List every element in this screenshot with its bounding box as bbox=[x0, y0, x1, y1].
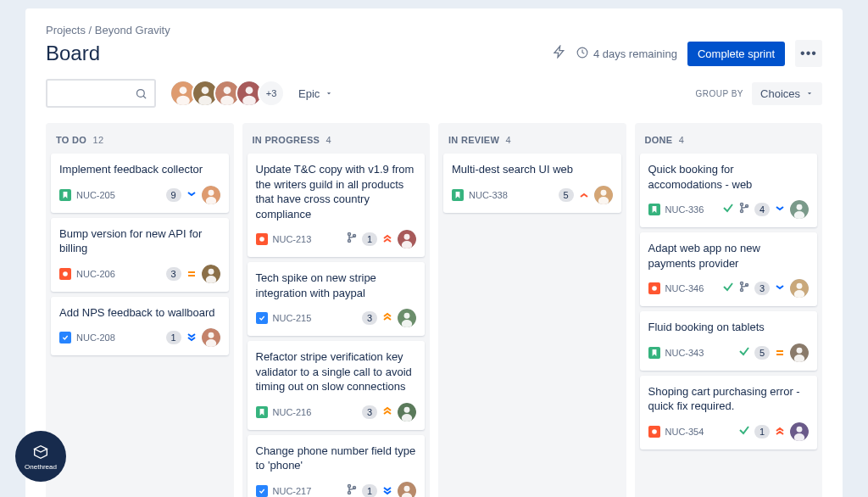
story-points: 1 bbox=[362, 484, 377, 497]
issue-key: NUC-338 bbox=[469, 190, 508, 200]
card[interactable]: Update T&C copy with v1.9 from the write… bbox=[248, 154, 426, 257]
issue-key: NUC-216 bbox=[273, 407, 312, 417]
svg-point-37 bbox=[348, 485, 351, 488]
svg-point-64 bbox=[797, 427, 803, 433]
svg-point-38 bbox=[348, 492, 351, 494]
group-by-select[interactable]: Choices bbox=[752, 82, 822, 105]
column-count: 4 bbox=[326, 135, 331, 145]
avatar-more[interactable]: +3 bbox=[258, 80, 285, 107]
card[interactable]: Shoping cart purchasing error - quick fi… bbox=[640, 376, 818, 450]
assignee-avatar[interactable] bbox=[202, 328, 220, 347]
story-points: 5 bbox=[559, 188, 574, 202]
column-header: DONE 4 bbox=[640, 131, 818, 154]
automation-icon[interactable] bbox=[553, 45, 566, 62]
priority-icon bbox=[186, 268, 198, 280]
svg-point-24 bbox=[259, 237, 264, 242]
card[interactable]: Fluid booking on tablets NUC-343 5 bbox=[640, 311, 818, 371]
card-title: Multi-dest search UI web bbox=[452, 162, 613, 177]
card[interactable]: Change phone number field type to 'phone… bbox=[248, 435, 426, 497]
assignee-avatar[interactable] bbox=[202, 186, 220, 204]
clock-icon bbox=[576, 47, 588, 61]
card[interactable]: Quick booking for accomodations - web NU… bbox=[640, 154, 818, 227]
assignee-avatar[interactable] bbox=[594, 186, 613, 204]
svg-point-52 bbox=[652, 286, 657, 291]
priority-icon bbox=[774, 282, 786, 294]
search-icon bbox=[135, 87, 147, 100]
story-points: 1 bbox=[166, 331, 181, 344]
card-title: Shoping cart purchasing error - quick fi… bbox=[648, 384, 810, 414]
watermark: Onethread bbox=[15, 431, 66, 482]
card[interactable]: Adapt web app no new payments provider N… bbox=[640, 232, 818, 306]
avatar-stack[interactable]: +3 bbox=[170, 80, 285, 107]
story-points: 9 bbox=[166, 188, 181, 202]
priority-icon bbox=[186, 189, 198, 201]
issue-key: NUC-205 bbox=[76, 190, 115, 200]
priority-icon bbox=[578, 189, 590, 201]
story-points: 3 bbox=[362, 405, 377, 419]
issue-key: NUC-346 bbox=[665, 283, 704, 293]
card-title: Change phone number field type to 'phone… bbox=[256, 444, 417, 473]
svg-point-44 bbox=[600, 189, 606, 195]
card[interactable]: Multi-dest search UI web NUC-338 5 bbox=[443, 154, 621, 213]
branch-icon bbox=[738, 202, 750, 217]
issue-type-icon bbox=[256, 312, 268, 324]
svg-point-25 bbox=[348, 233, 351, 236]
assignee-avatar[interactable] bbox=[790, 343, 809, 362]
column-count: 4 bbox=[679, 135, 684, 145]
more-button[interactable]: ••• bbox=[795, 40, 822, 67]
priority-icon bbox=[381, 406, 393, 418]
column: IN REVIEW 4 Multi-dest search UI web NUC… bbox=[438, 123, 626, 497]
priority-icon bbox=[381, 312, 393, 324]
svg-point-22 bbox=[208, 332, 214, 338]
assignee-avatar[interactable] bbox=[398, 403, 416, 422]
search-input[interactable] bbox=[46, 79, 156, 108]
assignee-avatar[interactable] bbox=[398, 309, 416, 327]
complete-sprint-button[interactable]: Complete sprint bbox=[687, 42, 785, 66]
issue-key: NUC-215 bbox=[273, 313, 312, 323]
issue-type-icon bbox=[59, 268, 71, 280]
priority-icon bbox=[381, 485, 393, 497]
done-icon bbox=[722, 202, 734, 217]
svg-point-17 bbox=[63, 271, 68, 276]
svg-point-1 bbox=[137, 89, 145, 97]
assignee-avatar[interactable] bbox=[790, 422, 809, 441]
breadcrumb-project[interactable]: Beyond Gravity bbox=[95, 24, 170, 36]
issue-key: NUC-343 bbox=[665, 348, 704, 358]
breadcrumb-parent[interactable]: Projects bbox=[46, 24, 86, 36]
card[interactable]: Bump version for new API for billing NUC… bbox=[51, 218, 229, 292]
assignee-avatar[interactable] bbox=[398, 230, 416, 248]
priority-icon bbox=[774, 426, 786, 438]
card[interactable]: Tech spike on new stripe integration wit… bbox=[248, 262, 426, 336]
svg-point-62 bbox=[652, 429, 657, 434]
assignee-avatar[interactable] bbox=[202, 265, 220, 283]
issue-key: NUC-213 bbox=[273, 234, 312, 244]
column-header: IN REVIEW 4 bbox=[443, 131, 621, 154]
svg-point-54 bbox=[741, 289, 743, 292]
assignee-avatar[interactable] bbox=[790, 200, 809, 219]
issue-type-icon bbox=[452, 189, 464, 201]
svg-point-35 bbox=[404, 407, 410, 413]
story-points: 3 bbox=[362, 311, 377, 325]
issue-type-icon bbox=[256, 485, 268, 497]
column-header: TO DO 12 bbox=[51, 131, 229, 154]
assignee-avatar[interactable] bbox=[398, 482, 416, 497]
issue-type-icon bbox=[648, 426, 660, 438]
assignee-avatar[interactable] bbox=[790, 279, 809, 298]
svg-point-26 bbox=[348, 240, 351, 243]
done-icon bbox=[722, 281, 734, 296]
issue-key: NUC-336 bbox=[665, 204, 704, 215]
done-icon bbox=[738, 424, 750, 439]
story-points: 3 bbox=[754, 282, 770, 295]
card-title: Implement feedback collector bbox=[59, 162, 220, 177]
card-title: Quick booking for accomodations - web bbox=[648, 162, 810, 192]
card[interactable]: Implement feedback collector NUC-205 9 bbox=[51, 154, 229, 213]
card[interactable]: Refactor stripe verification key validat… bbox=[248, 341, 426, 430]
breadcrumb: Projects / Beyond Gravity bbox=[46, 24, 822, 36]
svg-point-60 bbox=[797, 348, 803, 354]
column: TO DO 12 Implement feedback collector NU… bbox=[46, 123, 234, 497]
issue-type-icon bbox=[59, 332, 71, 343]
issue-type-icon bbox=[256, 233, 268, 245]
branch-icon bbox=[738, 281, 750, 296]
card[interactable]: Add NPS feedback to wallboard NUC-208 1 bbox=[51, 297, 229, 356]
epic-filter[interactable]: Epic bbox=[298, 87, 333, 100]
